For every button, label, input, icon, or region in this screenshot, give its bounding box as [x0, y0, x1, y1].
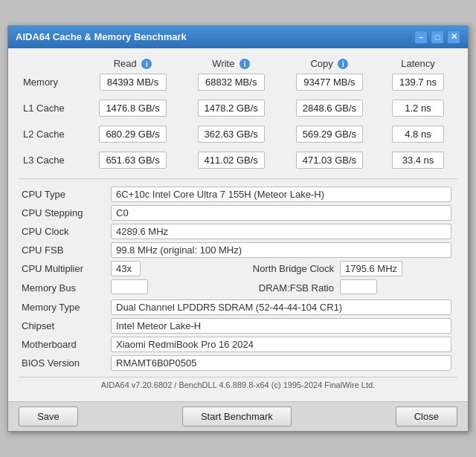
memory-type-row: Memory Type Dual Channel LPDDR5 SDRAM (5…: [19, 298, 457, 317]
row-label: L3 Cache: [19, 149, 83, 171]
separator-1: [19, 178, 457, 179]
bios-label: BIOS Version: [19, 354, 108, 372]
nb-clock-value: 1795.6 MHz: [340, 261, 402, 276]
motherboard-row: Motherboard Xiaomi RedmiBook Pro 16 2024: [19, 335, 457, 354]
chipset-label: Chipset: [19, 317, 108, 335]
col-header-copy: Copy i: [280, 56, 379, 72]
motherboard-label: Motherboard: [19, 335, 108, 354]
minimize-button[interactable]: –: [414, 30, 428, 44]
cpu-type-row: CPU Type 6C+10c Intel Core Ultra 7 155H …: [19, 185, 457, 204]
read-value: 84393 MB/s: [83, 71, 181, 93]
save-button[interactable]: Save: [19, 406, 78, 427]
latency-value: 4.8 ns: [379, 123, 457, 145]
memory-type-value: Dual Channel LPDDR5 SDRAM (52-44-44-104 …: [111, 299, 451, 315]
col-header-latency: Latency: [379, 56, 457, 72]
benchmark-row: Memory 84393 MB/s 68832 MB/s 93477 MB/s …: [19, 71, 457, 93]
button-bar: Save Start Benchmark Close: [8, 401, 468, 431]
copy-value: 2848.6 GB/s: [280, 97, 379, 119]
title-bar-buttons: – □ ✕: [414, 30, 460, 44]
copy-value: 569.29 GB/s: [280, 123, 379, 145]
chipset-value: Intel Meteor Lake-H: [111, 318, 451, 334]
read-info-icon[interactable]: i: [141, 59, 152, 69]
cpu-stepping-label: CPU Stepping: [19, 204, 108, 222]
bios-row: BIOS Version RMAMT6B0P0505: [19, 354, 457, 372]
benchmark-row: L2 Cache 680.29 GB/s 362.63 GB/s 569.29 …: [19, 123, 457, 145]
motherboard-value: Xiaomi RedmiBook Pro 16 2024: [111, 337, 451, 352]
cpu-clock-label: CPU Clock: [19, 222, 108, 241]
latency-value: 33.4 ns: [379, 149, 457, 171]
latency-value: 1.2 ns: [379, 97, 457, 119]
title-bar: AIDA64 Cache & Memory Benchmark – □ ✕: [8, 26, 468, 48]
close-button-bar[interactable]: Close: [396, 406, 457, 427]
chipset-row: Chipset Intel Meteor Lake-H: [19, 317, 457, 335]
cpu-type-label: CPU Type: [19, 185, 108, 204]
copy-value: 471.03 GB/s: [280, 149, 379, 171]
benchmark-table: Read i Write i Copy i Latency Memory: [19, 56, 457, 172]
close-button[interactable]: ✕: [447, 30, 460, 44]
latency-value: 139.7 ns: [379, 71, 457, 93]
maximize-button[interactable]: □: [431, 30, 444, 44]
cpu-multiplier-row: CPU Multiplier 43x North Bridge Clock 17…: [19, 259, 457, 278]
row-label: L1 Cache: [19, 97, 83, 119]
cpu-fsb-row: CPU FSB 99.8 MHz (original: 100 MHz): [19, 241, 457, 259]
start-benchmark-button[interactable]: Start Benchmark: [182, 406, 292, 427]
cpu-type-value: 6C+10c Intel Core Ultra 7 155H (Meteor L…: [111, 187, 451, 202]
nb-clock-label: North Bridge Clock: [184, 259, 337, 278]
bios-value: RMAMT6B0P0505: [111, 355, 451, 371]
main-content: Read i Write i Copy i Latency Memory: [8, 48, 468, 402]
cpu-clock-row: CPU Clock 4289.6 MHz: [19, 222, 457, 241]
write-value: 1478.2 GB/s: [182, 97, 280, 119]
cpu-fsb-label: CPU FSB: [19, 241, 108, 259]
main-window: AIDA64 Cache & Memory Benchmark – □ ✕ Re…: [7, 25, 469, 432]
benchmark-row: L3 Cache 651.63 GB/s 411.02 GB/s 471.03 …: [19, 149, 457, 171]
read-value: 680.29 GB/s: [83, 123, 181, 145]
benchmark-row: L1 Cache 1476.8 GB/s 1478.2 GB/s 2848.6 …: [19, 97, 457, 119]
read-value: 651.63 GB/s: [83, 149, 181, 171]
cpu-stepping-row: CPU Stepping C0: [19, 204, 457, 222]
memory-bus-label: Memory Bus: [19, 278, 108, 298]
write-value: 68832 MB/s: [182, 71, 280, 93]
cpu-fsb-value: 99.8 MHz (original: 100 MHz): [111, 242, 451, 258]
write-info-icon[interactable]: i: [239, 59, 250, 69]
memory-bus-value: [111, 279, 148, 294]
col-header-read: Read i: [83, 56, 181, 72]
copy-value: 93477 MB/s: [280, 71, 379, 93]
dram-fsb-value: [340, 279, 377, 294]
dram-fsb-label: DRAM:FSB Ratio: [184, 278, 337, 298]
memory-type-label: Memory Type: [19, 298, 108, 317]
row-label: Memory: [19, 71, 83, 93]
row-label: L2 Cache: [19, 123, 83, 145]
footer-text: AIDA64 v7.20.6802 / BenchDLL 4.6.889.8-x…: [19, 377, 457, 394]
write-value: 411.02 GB/s: [182, 149, 280, 171]
cpu-info-table: CPU Type 6C+10c Intel Core Ultra 7 155H …: [19, 185, 457, 372]
col-header-write: Write i: [182, 56, 280, 72]
read-value: 1476.8 GB/s: [83, 97, 181, 119]
col-header-empty: [19, 56, 83, 72]
memory-bus-row: Memory Bus DRAM:FSB Ratio: [19, 278, 457, 298]
write-value: 362.63 GB/s: [182, 123, 280, 145]
cpu-multiplier-value: 43x: [111, 261, 141, 276]
cpu-multiplier-label: CPU Multiplier: [19, 259, 108, 278]
cpu-stepping-value: C0: [111, 205, 451, 221]
cpu-clock-value: 4289.6 MHz: [111, 224, 451, 239]
copy-info-icon[interactable]: i: [338, 59, 348, 69]
window-title: AIDA64 Cache & Memory Benchmark: [16, 31, 187, 42]
